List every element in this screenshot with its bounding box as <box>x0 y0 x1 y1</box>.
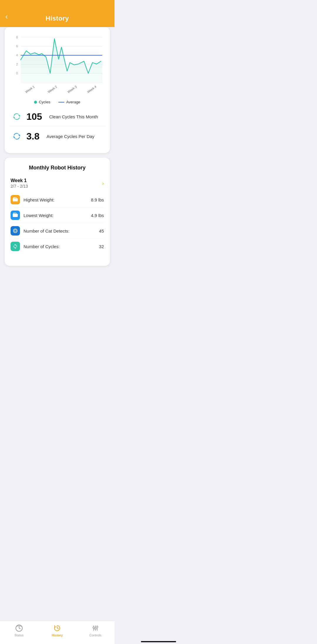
svg-text:Week 2: Week 2 <box>47 85 58 94</box>
header: ‹ History <box>0 0 114 27</box>
average-line <box>58 102 64 102</box>
recycle-blue-icon <box>11 131 22 142</box>
cat-detects-left: Number of Cat Detects: <box>11 226 70 236</box>
svg-text:Week 4: Week 4 <box>87 85 97 94</box>
chart-legend: Cycles Average <box>9 100 105 104</box>
svg-text:8: 8 <box>16 36 18 39</box>
cat-detects-label: Number of Cat Detects: <box>23 228 70 233</box>
week-1-chevron: › <box>102 180 104 186</box>
cat-detects-value: 45 <box>99 228 104 233</box>
main-card: 8 6 4 2 0 Week 1 Week 2 Week 3 Week 4 <box>5 27 110 153</box>
page-title: History <box>45 15 69 22</box>
num-cycles-label: Number of Cycles: <box>23 244 60 249</box>
chart-container: 8 6 4 2 0 Week 1 Week 2 Week 3 Week 4 <box>9 32 105 102</box>
monthly-history-card: Monthly Robot History Week 1 2/7 - 2/13 … <box>5 158 110 266</box>
clean-cycles-label: Clean Cycles This Month <box>49 114 98 119</box>
lowest-weight-label: Lowest Weight: <box>23 213 53 218</box>
week-1-header[interactable]: Week 1 2/7 - 2/13 › <box>11 177 104 191</box>
week-1-section: Week 1 2/7 - 2/13 › Highest Weight: 8.9 … <box>11 177 104 255</box>
cycles-legend: Cycles <box>34 100 50 104</box>
svg-text:Week 1: Week 1 <box>25 85 35 94</box>
num-cycles-row: Number of Cycles: 32 <box>11 239 104 254</box>
week-1-title: Week 1 <box>11 178 28 183</box>
average-legend: Average <box>58 100 80 104</box>
week-1-info: Week 1 2/7 - 2/13 <box>11 178 28 189</box>
week-1-stats: Highest Weight: 8.9 lbs Lowest Weight: 4… <box>11 191 104 255</box>
average-legend-label: Average <box>66 100 80 104</box>
history-card-title: Monthly Robot History <box>11 165 104 171</box>
highest-weight-label: Highest Weight: <box>23 197 55 202</box>
clean-cycles-count: 105 <box>26 111 42 122</box>
highest-weight-left: Highest Weight: <box>11 195 55 204</box>
average-cycles-label: Average Cycles Per Day <box>46 134 94 139</box>
svg-point-17 <box>11 131 22 142</box>
stat-row-average: 3.8 Average Cycles Per Day <box>9 126 105 146</box>
lowest-weight-icon <box>11 211 20 220</box>
svg-text:2: 2 <box>16 63 18 66</box>
num-cycles-left: Number of Cycles: <box>11 242 60 251</box>
line-chart: 8 6 4 2 0 Week 1 Week 2 Week 3 Week 4 <box>9 32 105 96</box>
lowest-weight-row: Lowest Weight: 4.9 lbs <box>11 208 104 223</box>
svg-point-16 <box>11 111 22 122</box>
highest-weight-icon <box>11 195 20 204</box>
cat-detects-icon <box>11 226 20 236</box>
svg-text:0: 0 <box>16 71 18 75</box>
stat-row-cycles: 105 Clean Cycles This Month <box>9 107 105 126</box>
num-cycles-icon <box>11 242 20 251</box>
cycles-legend-label: Cycles <box>39 100 50 104</box>
cat-detects-row: Number of Cat Detects: 45 <box>11 223 104 239</box>
num-cycles-value: 32 <box>99 244 104 249</box>
average-cycles-count: 3.8 <box>26 131 39 142</box>
back-button[interactable]: ‹ <box>5 12 8 21</box>
recycle-green-icon <box>11 111 22 122</box>
highest-weight-row: Highest Weight: 8.9 lbs <box>11 192 104 208</box>
lowest-weight-left: Lowest Weight: <box>11 211 53 220</box>
cycles-dot <box>34 101 37 104</box>
svg-text:Week 3: Week 3 <box>67 85 77 94</box>
lowest-weight-value: 4.9 lbs <box>91 213 104 218</box>
svg-text:4: 4 <box>16 53 18 57</box>
svg-text:6: 6 <box>16 44 18 48</box>
highest-weight-value: 8.9 lbs <box>91 197 104 202</box>
week-1-dates: 2/7 - 2/13 <box>11 184 28 189</box>
